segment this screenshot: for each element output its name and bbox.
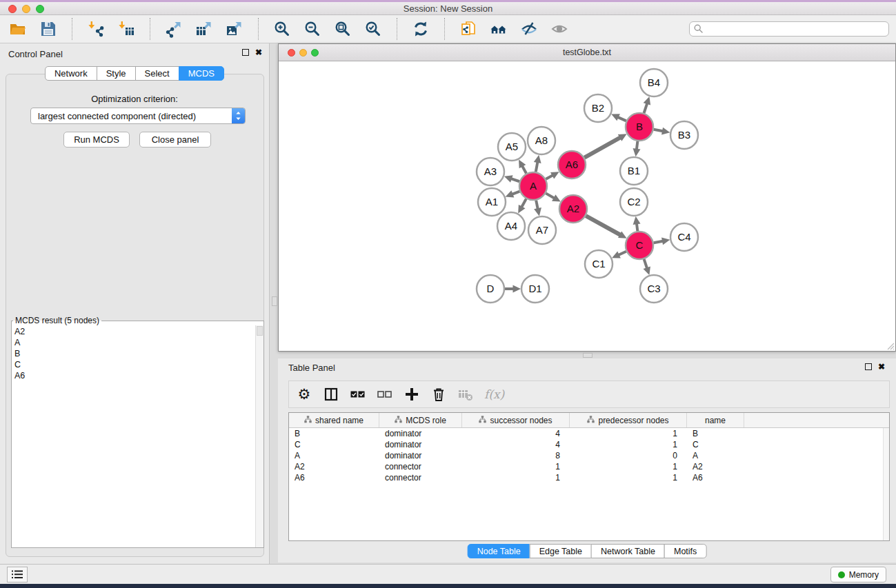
graph-node-A[interactable]: A bbox=[519, 172, 547, 200]
table-cell[interactable]: B bbox=[289, 428, 379, 439]
search-field[interactable] bbox=[689, 21, 889, 37]
column-header-predecessor-nodes[interactable]: predecessor nodes bbox=[570, 413, 687, 427]
save-session-icon[interactable] bbox=[39, 19, 58, 39]
table-cell[interactable]: 0 bbox=[570, 450, 687, 461]
apply-preferred-layout-icon[interactable] bbox=[411, 19, 430, 39]
column-header-successor-nodes[interactable]: successor nodes bbox=[462, 413, 570, 427]
graph-node-C2[interactable]: C2 bbox=[620, 188, 648, 216]
graph-edge-B-B1[interactable] bbox=[637, 141, 638, 150]
graph-node-B2[interactable]: B2 bbox=[584, 94, 612, 122]
graph-node-D[interactable]: D bbox=[477, 275, 504, 303]
close-panel-button[interactable]: Close panel bbox=[139, 132, 211, 148]
zoom-out-icon[interactable] bbox=[303, 19, 322, 39]
memory-button[interactable]: Memory bbox=[830, 567, 886, 582]
table-cell[interactable]: 4 bbox=[462, 439, 570, 450]
tab-node-table[interactable]: Node Table bbox=[468, 544, 530, 558]
table-cell[interactable]: 8 bbox=[462, 450, 570, 461]
column-header-MCDS-role[interactable]: MCDS role bbox=[379, 413, 462, 427]
export-network-icon[interactable] bbox=[164, 19, 183, 39]
graph-edge-A-A1[interactable] bbox=[511, 192, 519, 195]
table-row[interactable]: Adominator80A bbox=[289, 450, 889, 461]
graph-edge-A6-B[interactable] bbox=[584, 137, 621, 158]
table-cell[interactable]: A bbox=[289, 450, 379, 461]
graph-edge-B-B2[interactable] bbox=[617, 116, 626, 121]
table-cell[interactable]: 1 bbox=[570, 461, 687, 472]
open-session-icon[interactable] bbox=[8, 19, 28, 39]
column-header-shared-name[interactable]: shared name bbox=[289, 413, 379, 427]
graph-edge-A-A7[interactable] bbox=[536, 201, 538, 210]
tab-motifs[interactable]: Motifs bbox=[664, 544, 706, 558]
result-item[interactable]: A bbox=[14, 337, 255, 348]
table-row[interactable]: A2connector11A2 bbox=[289, 461, 889, 472]
graph-edge-C-C2[interactable] bbox=[637, 223, 638, 231]
graph-node-B3[interactable]: B3 bbox=[670, 121, 698, 149]
export-image-icon[interactable] bbox=[225, 19, 244, 39]
export-table-icon[interactable] bbox=[195, 19, 214, 39]
tab-network-table[interactable]: Network Table bbox=[591, 544, 665, 558]
table-cell[interactable]: A6 bbox=[289, 472, 379, 483]
table-cell[interactable]: 1 bbox=[570, 428, 687, 439]
hide-selected-icon[interactable] bbox=[519, 19, 539, 39]
graph-node-A2[interactable]: A2 bbox=[559, 195, 587, 223]
graph-edge-B-B3[interactable] bbox=[654, 130, 664, 132]
run-mcds-button[interactable]: Run MCDS bbox=[63, 132, 130, 148]
table-cell[interactable]: 1 bbox=[570, 472, 687, 483]
graph-node-C[interactable]: C bbox=[626, 232, 653, 259]
graph-node-C3[interactable]: C3 bbox=[640, 275, 668, 303]
graph-node-A3[interactable]: A3 bbox=[477, 158, 504, 185]
tab-select[interactable]: Select bbox=[135, 66, 179, 81]
table-cell[interactable]: A6 bbox=[687, 472, 744, 483]
result-item[interactable]: A2 bbox=[14, 326, 255, 337]
table-cell[interactable]: B bbox=[687, 428, 744, 439]
graph-edge-C-C3[interactable] bbox=[644, 259, 648, 270]
graph-node-A6[interactable]: A6 bbox=[558, 151, 586, 179]
close-panel-icon[interactable]: ✖ bbox=[255, 49, 262, 56]
graph-edge-A2-C[interactable] bbox=[586, 216, 621, 235]
criterion-dropdown[interactable]: largest connected component (directed) bbox=[30, 108, 246, 124]
graph-node-B4[interactable]: B4 bbox=[640, 69, 668, 97]
table-cell[interactable]: 1 bbox=[462, 472, 570, 483]
table-row[interactable]: A6connector11A6 bbox=[289, 472, 889, 483]
graph-node-C1[interactable]: C1 bbox=[585, 250, 613, 278]
graph-node-A8[interactable]: A8 bbox=[528, 127, 555, 154]
column-header-name[interactable]: name bbox=[687, 413, 744, 427]
zoom-fit-content-icon[interactable] bbox=[333, 19, 352, 39]
tab-mcds[interactable]: MCDS bbox=[179, 66, 224, 81]
graph-node-D1[interactable]: D1 bbox=[521, 275, 549, 303]
table-cell[interactable]: 1 bbox=[570, 439, 687, 450]
table-mode-icon[interactable]: ⚙ bbox=[296, 385, 312, 403]
table-cell[interactable]: 4 bbox=[462, 428, 570, 439]
result-item[interactable]: A6 bbox=[14, 370, 255, 381]
close-table-panel-icon[interactable]: ✖ bbox=[878, 363, 885, 370]
show-all-icon[interactable] bbox=[550, 19, 569, 39]
table-row[interactable]: Cdominator41C bbox=[289, 439, 889, 450]
delete-columns-icon[interactable] bbox=[430, 385, 447, 403]
tab-edge-table[interactable]: Edge Table bbox=[530, 544, 592, 558]
result-item[interactable]: C bbox=[14, 359, 255, 370]
table-cell[interactable]: C bbox=[289, 439, 379, 450]
network-canvas[interactable]: AA1A2A3A4A5A6A7A8BB1B2B3B4CC1C2C3C4DD1 bbox=[279, 61, 895, 351]
zoom-in-icon[interactable] bbox=[272, 19, 292, 39]
table-cell[interactable]: connector bbox=[379, 461, 462, 472]
first-neighbors-icon[interactable] bbox=[489, 19, 508, 39]
table-cell[interactable]: connector bbox=[379, 472, 462, 483]
graph-node-A4[interactable]: A4 bbox=[497, 212, 525, 240]
import-table-from-file-icon[interactable] bbox=[117, 19, 136, 39]
graph-edge-A-A3[interactable] bbox=[510, 179, 519, 182]
graph-node-A5[interactable]: A5 bbox=[498, 133, 526, 161]
table-cell[interactable]: 1 bbox=[462, 461, 570, 472]
graph-edge-A-A8[interactable] bbox=[536, 161, 538, 172]
table-row[interactable]: Bdominator41B bbox=[289, 428, 889, 439]
table-cell[interactable]: A bbox=[687, 450, 744, 461]
table-cell[interactable]: dominator bbox=[379, 450, 462, 461]
split-handle-vertical[interactable] bbox=[272, 296, 277, 306]
graph-node-A1[interactable]: A1 bbox=[478, 188, 506, 216]
graph-node-A7[interactable]: A7 bbox=[528, 216, 556, 244]
tab-network[interactable]: Network bbox=[45, 66, 97, 81]
graph-node-B[interactable]: B bbox=[626, 113, 653, 141]
table-cell[interactable]: dominator bbox=[379, 428, 462, 439]
split-handle-horizontal[interactable] bbox=[583, 353, 593, 358]
search-input[interactable] bbox=[689, 21, 889, 37]
duplicate-network-icon[interactable] bbox=[459, 19, 478, 39]
float-panel-icon[interactable] bbox=[242, 49, 249, 56]
